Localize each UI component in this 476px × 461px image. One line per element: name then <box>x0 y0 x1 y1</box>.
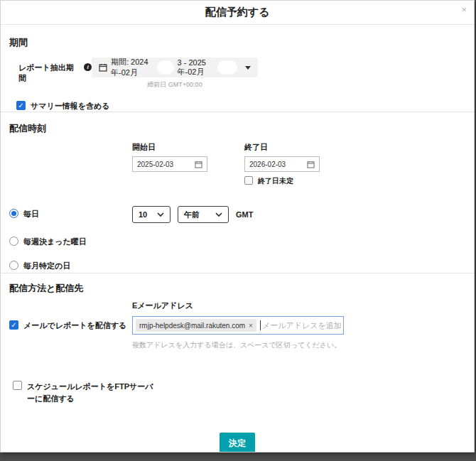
hour-value: 10 <box>139 210 147 219</box>
timezone-note: 締前日 GMT+00:00 <box>147 80 202 90</box>
chevron-down-icon <box>215 212 222 217</box>
report-period-picker-group: 期間: 2024年-02月 3 - 2025年-02月 締前日 GMT+00:0… <box>92 58 258 90</box>
email-chip-text: rmjp-helpdesk@mail.rakuten.com <box>139 322 245 330</box>
checkbox-checked-icon: ✓ <box>16 101 26 110</box>
email-row: ✓ メールでレポートを配信する Eメールアドレス rmjp-helpdesk@m… <box>9 300 465 350</box>
start-date-value: 2025-02-03 <box>137 161 173 168</box>
modal-footer: 決定 <box>9 433 465 452</box>
chip-remove-icon[interactable]: × <box>249 322 253 330</box>
end-date-label: 終了日 <box>244 142 320 153</box>
radio-selected-icon <box>9 209 18 218</box>
report-period-label: レポート抽出期間 <box>18 63 81 84</box>
no-end-checkbox[interactable]: 終了日未定 <box>244 176 293 186</box>
range-highlight-oval <box>157 60 174 75</box>
calendar-icon <box>307 161 315 168</box>
checkbox-unchecked-icon <box>244 176 253 185</box>
gmt-label: GMT <box>236 210 253 219</box>
monthly-radio[interactable]: 毎月特定の日 <box>9 261 70 271</box>
email-delivery-checkbox[interactable]: ✓ メールでレポートを配信する <box>9 320 126 331</box>
checkbox-checked-icon: ✓ <box>9 320 18 330</box>
email-input-group: Eメールアドレス rmjp-helpdesk@mail.rakuten.com … <box>132 300 344 350</box>
end-date-input[interactable]: 2026-02-03 <box>244 156 320 172</box>
period-row: レポート抽出期間 i 期間: 2024年-02月 3 - 2025年-02月 <box>9 58 465 90</box>
daily-radio-cell: 毎日 <box>9 208 132 221</box>
daily-radio[interactable]: 毎日 <box>9 209 39 219</box>
weekly-radio-label: 毎週決まった曜日 <box>23 237 87 247</box>
email-address-input[interactable]: rmjp-helpdesk@mail.rakuten.com × メールアドレス… <box>132 316 344 335</box>
radio-unselected-icon <box>9 261 18 270</box>
hour-select[interactable]: 10 <box>132 206 171 223</box>
email-chip: rmjp-helpdesk@mail.rakuten.com × <box>136 319 256 332</box>
divider <box>1 112 474 112</box>
calendar-icon <box>195 161 202 168</box>
summary-checkbox[interactable]: ✓ サマリー情報を含める <box>16 101 110 112</box>
ampm-value: 午前 <box>184 210 200 220</box>
no-end-label: 終了日未定 <box>258 176 293 186</box>
monthly-row: 毎月特定の日 <box>9 260 465 273</box>
modal-title: 配信予約する <box>205 6 270 19</box>
weekly-row: 毎週決まった曜日 <box>9 236 465 249</box>
summary-checkbox-label: サマリー情報を含める <box>31 101 110 112</box>
email-help-text: 複数アドレスを入力する場合は、スペースで区切ってください。 <box>132 340 344 350</box>
ftp-row: スケジュールレポートをFTPサーバーに配信する <box>13 380 465 404</box>
chevron-down-icon <box>245 66 251 70</box>
schedule-delivery-modal: 配信予約する × 期間 レポート抽出期間 i <box>0 0 475 452</box>
range-text-end: 3 - 2025年-02月 <box>178 58 214 77</box>
summary-row: ✓ サマリー情報を含める <box>16 98 465 112</box>
email-address-label: Eメールアドレス <box>132 300 344 311</box>
start-date-label: 開始日 <box>132 142 207 153</box>
info-icon[interactable]: i <box>84 63 92 71</box>
range-highlight-oval-2 <box>217 60 237 75</box>
start-date-group: 開始日 2025-02-03 <box>132 142 207 188</box>
dates-row: 開始日 2025-02-03 終了日 2026-02-03 <box>9 142 465 188</box>
ftp-checkbox[interactable]: スケジュールレポートをFTPサーバーに配信する <box>13 381 161 404</box>
end-date-value: 2026-02-03 <box>249 161 286 168</box>
radio-unselected-icon <box>9 237 18 246</box>
text-cursor <box>260 320 261 330</box>
method-heading: 配信方法と配信先 <box>9 282 465 295</box>
checkbox-unchecked-icon <box>13 381 22 390</box>
start-date-input[interactable]: 2025-02-03 <box>132 156 207 172</box>
ftp-checkbox-label: スケジュールレポートをFTPサーバーに配信する <box>27 381 161 404</box>
end-date-group: 終了日 2026-02-03 終了日未定 <box>244 142 320 188</box>
time-heading: 配信時刻 <box>9 122 465 135</box>
email-placeholder: メールアドレスを追加 <box>262 320 342 331</box>
modal-body: 期間 レポート抽出期間 i 期間: 2024年-02月 <box>1 25 474 452</box>
report-period-label-group: レポート抽出期間 i <box>18 58 92 90</box>
daily-radio-label: 毎日 <box>23 209 39 219</box>
calendar-icon <box>99 63 107 72</box>
daily-row: 毎日 10 午前 GMT <box>9 206 465 223</box>
close-icon[interactable]: × <box>461 5 467 14</box>
period-heading: 期間 <box>9 36 465 49</box>
weekly-radio[interactable]: 毎週決まった曜日 <box>9 237 87 247</box>
monthly-radio-label: 毎月特定の日 <box>23 261 70 271</box>
email-delivery-label: メールでレポートを配信する <box>23 320 126 331</box>
ampm-select[interactable]: 午前 <box>178 206 229 223</box>
report-period-picker[interactable]: 期間: 2024年-02月 3 - 2025年-02月 <box>92 58 258 77</box>
divider <box>1 273 474 273</box>
modal-header: 配信予約する × <box>1 1 474 25</box>
submit-button[interactable]: 決定 <box>220 433 255 452</box>
no-end-row: 終了日未定 <box>244 175 320 188</box>
email-checkbox-cell: ✓ メールでレポートを配信する <box>9 300 132 350</box>
page-background: 配信予約する × 期間 レポート抽出期間 i <box>0 0 476 461</box>
chevron-down-icon <box>157 212 164 217</box>
range-text-start: 期間: 2024年-02月 <box>111 57 153 78</box>
